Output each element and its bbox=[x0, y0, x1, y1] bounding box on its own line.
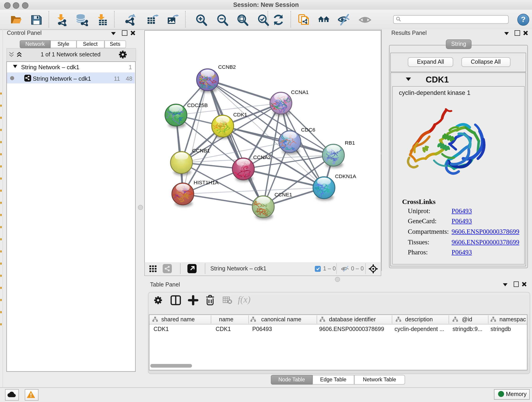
svg-text:RB1: RB1 bbox=[345, 140, 355, 146]
svg-text:CCNB1: CCNB1 bbox=[192, 148, 210, 153]
svg-text:CDK1: CDK1 bbox=[233, 112, 247, 118]
svg-text:CDC6: CDC6 bbox=[301, 127, 315, 133]
svg-text:CCNA1: CCNA1 bbox=[291, 89, 308, 95]
svg-text:CCNA2: CCNA2 bbox=[253, 154, 271, 160]
svg-text:CDKN1A: CDKN1A bbox=[335, 173, 356, 179]
svg-text:CCNB2: CCNB2 bbox=[218, 64, 235, 70]
svg-text:CCNE1: CCNE1 bbox=[274, 191, 292, 198]
svg-text:HIST1H1A: HIST1H1A bbox=[193, 179, 219, 185]
svg-text:CDC25B: CDC25B bbox=[187, 102, 208, 108]
